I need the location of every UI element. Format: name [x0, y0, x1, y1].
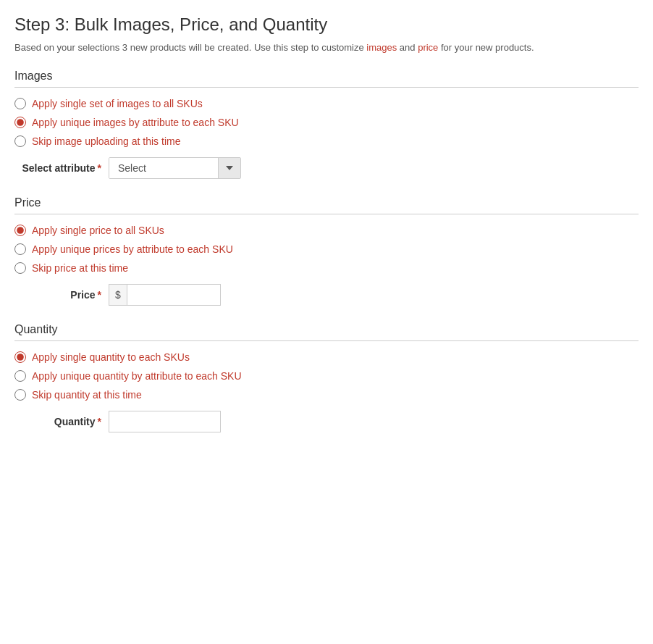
images-section-title: Images [14, 70, 639, 83]
qty-skip-radio[interactable] [14, 389, 26, 401]
images-divider [14, 87, 639, 88]
price-input-row: Price* $ [22, 284, 639, 306]
price-label-text: Price [70, 289, 95, 301]
price-section: Price Apply single price to all SKUs App… [14, 196, 639, 306]
price-unique-label: Apply unique prices by attribute to each… [32, 243, 233, 255]
qty-skip-label: Skip quantity at this time [32, 389, 142, 401]
price-unique-option[interactable]: Apply unique prices by attribute to each… [14, 243, 639, 255]
images-section: Images Apply single set of images to all… [14, 70, 639, 179]
attribute-select-value: Select [109, 158, 218, 178]
img-single-label: Apply single set of images to all SKUs [32, 98, 203, 109]
price-input[interactable] [127, 285, 220, 305]
img-skip-option[interactable]: Skip image uploading at this time [14, 135, 639, 147]
price-link: price [418, 42, 438, 53]
price-required: * [98, 289, 101, 301]
price-unique-radio[interactable] [14, 243, 26, 255]
img-skip-radio[interactable] [14, 135, 26, 147]
price-skip-label: Skip price at this time [32, 262, 128, 274]
price-skip-radio[interactable] [14, 262, 26, 274]
select-attribute-label: Select attribute* [22, 162, 109, 174]
price-section-title: Price [14, 196, 639, 209]
attribute-dropdown-button[interactable] [218, 158, 240, 178]
price-single-label: Apply single price to all SKUs [32, 225, 164, 236]
img-unique-radio[interactable] [14, 117, 26, 128]
qty-single-radio[interactable] [14, 351, 26, 363]
quantity-divider [14, 340, 639, 341]
quantity-field-label: Quantity* [22, 416, 109, 427]
img-skip-label: Skip image uploading at this time [32, 135, 180, 147]
img-unique-label: Apply unique images by attribute to each… [32, 117, 239, 128]
price-field-label: Price* [22, 289, 109, 301]
chevron-down-icon [226, 166, 233, 170]
img-single-radio[interactable] [14, 98, 26, 109]
img-single-option[interactable]: Apply single set of images to all SKUs [14, 98, 639, 109]
qty-unique-radio[interactable] [14, 370, 26, 382]
images-radio-group: Apply single set of images to all SKUs A… [14, 98, 639, 147]
quantity-radio-group: Apply single quantity to each SKUs Apply… [14, 351, 639, 401]
quantity-section-title: Quantity [14, 323, 639, 336]
price-skip-option[interactable]: Skip price at this time [14, 262, 639, 274]
price-input-wrapper: $ [109, 284, 221, 306]
price-single-radio[interactable] [14, 225, 26, 236]
price-divider [14, 214, 639, 214]
img-unique-option[interactable]: Apply unique images by attribute to each… [14, 117, 639, 128]
quantity-input-row: Quantity* [22, 411, 639, 432]
qty-skip-option[interactable]: Skip quantity at this time [14, 389, 639, 401]
quantity-input[interactable] [109, 411, 221, 432]
price-single-option[interactable]: Apply single price to all SKUs [14, 225, 639, 236]
qty-unique-label: Apply unique quantity by attribute to ea… [32, 370, 242, 382]
price-currency-symbol: $ [109, 285, 127, 305]
quantity-section: Quantity Apply single quantity to each S… [14, 323, 639, 432]
quantity-required: * [98, 416, 101, 427]
qty-single-option[interactable]: Apply single quantity to each SKUs [14, 351, 639, 363]
page-subtitle: Based on your selections 3 new products … [14, 41, 639, 55]
page-title: Step 3: Bulk Images, Price, and Quantity [14, 14, 639, 35]
qty-unique-option[interactable]: Apply unique quantity by attribute to ea… [14, 370, 639, 382]
quantity-label-text: Quantity [54, 416, 96, 427]
images-link: images [366, 42, 397, 53]
qty-single-label: Apply single quantity to each SKUs [32, 351, 190, 363]
select-attribute-label-text: Select attribute [22, 162, 95, 174]
select-attribute-row: Select attribute* Select [22, 157, 639, 179]
price-radio-group: Apply single price to all SKUs Apply uni… [14, 225, 639, 274]
attribute-select-wrapper[interactable]: Select [109, 157, 241, 179]
select-attribute-required: * [98, 162, 101, 174]
